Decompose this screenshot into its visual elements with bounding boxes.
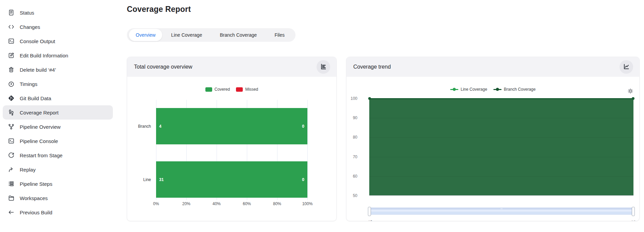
sidebar-item-label: Restart from Stage (20, 153, 63, 158)
sidebar-item-label: Changes (20, 24, 40, 30)
gear-icon[interactable] (627, 88, 634, 94)
sidebar-item-edit-build-information[interactable]: Edit Build Information (3, 48, 113, 63)
x-axis-tick-label: 80% (273, 201, 281, 206)
coverage-trend-card: Coverage trend Line CoverageBranch Cover… (346, 57, 640, 221)
coverage-trend-card-header: Coverage trend (346, 57, 639, 77)
trash-icon (7, 66, 15, 73)
tab-files[interactable]: Files (266, 28, 293, 42)
y-axis-tick-label: 90 (346, 115, 357, 120)
git-icon (7, 94, 15, 102)
bar-row-branch: 40 (156, 108, 307, 144)
sidebar-item-status[interactable]: Status (3, 5, 113, 20)
sidebar-item-workspaces[interactable]: Workspaces (3, 191, 113, 205)
sidebar-item-label: Console Output (20, 38, 55, 44)
sidebar-item-label: Pipeline Console (20, 138, 58, 144)
x-axis-tick-label: 60% (243, 201, 251, 206)
legend-swatch (236, 87, 243, 92)
x-axis-tick-label: 40% (213, 201, 221, 206)
covered-value: 4 (159, 124, 162, 129)
tab-bar: OverviewLine CoverageBranch CoverageFile… (127, 28, 295, 42)
bar-plot-area: 0%20%40%60%80%100%40Branch100.00%310Line… (156, 100, 307, 197)
sidebar-item-pipeline-console[interactable]: Pipeline Console (3, 134, 113, 148)
arrow-left-icon (7, 209, 15, 216)
steps-icon (7, 180, 15, 188)
line-chart-button[interactable] (620, 60, 633, 74)
sidebar-item-label: Workspaces (20, 195, 48, 201)
tab-branch-coverage[interactable]: Branch Coverage (211, 28, 266, 42)
y-axis-tick-label: 70 (346, 155, 357, 159)
y-axis-tick-label: 100 (346, 96, 357, 101)
tab-overview[interactable]: Overview (129, 29, 162, 41)
x-axis-tick-label: 100% (302, 201, 313, 206)
legend-line-marker (493, 89, 502, 90)
sidebar-item-label: Delete build ‘#4’ (20, 67, 56, 73)
sidebar-item-label: Previous Build (20, 210, 52, 215)
y-axis-tick-label: 60 (346, 174, 357, 179)
sidebar-item-coverage-report[interactable]: Coverage Report (3, 105, 113, 120)
sidebar-item-label: Pipeline Overview (20, 124, 61, 130)
sidebar-item-delete-build-4[interactable]: Delete build ‘#4’ (3, 63, 113, 77)
slider-right-handle[interactable] (632, 207, 635, 216)
card-title: Total coverage overview (134, 64, 192, 70)
missed-value: 0 (302, 177, 304, 182)
missed-value: 0 (302, 124, 304, 129)
sidebar-item-label: Status (20, 10, 34, 16)
tab-line-coverage[interactable]: Line Coverage (162, 28, 211, 42)
sidebar-item-git-build-data[interactable]: Git Build Data (3, 91, 113, 105)
legend-label: Missed (245, 87, 258, 92)
gridline (369, 157, 633, 157)
gridline (307, 100, 308, 200)
trend-top-line (369, 98, 633, 99)
document-icon (7, 9, 15, 16)
trend-plot-area: 1009080706050#3#4 (369, 99, 633, 196)
sidebar-item-previous-build[interactable]: Previous Build (3, 205, 113, 219)
trend-area-fill[interactable] (369, 99, 633, 195)
sidebar-item-replay[interactable]: Replay (3, 162, 113, 177)
sidebar-item-changes[interactable]: Changes (3, 20, 113, 34)
sidebar-item-label: Coverage Report (20, 110, 58, 115)
sidebar-item-timings[interactable]: Timings (3, 77, 113, 91)
trend-chart: Line CoverageBranch Coverage100908070605… (346, 77, 639, 221)
category-label: Line (127, 177, 151, 182)
covered-bar[interactable]: 40 (156, 108, 307, 144)
covered-value: 31 (159, 177, 164, 182)
total-coverage-card: Total coverage overview CoveredMissed0%2… (127, 57, 337, 221)
sidebar-item-label: Timings (20, 81, 37, 87)
trend-data-point[interactable] (632, 97, 634, 100)
chart-legend: Line CoverageBranch Coverage (346, 87, 639, 92)
branch-icon (7, 123, 15, 130)
sidebar-item-pipeline-overview[interactable]: Pipeline Overview (3, 120, 113, 134)
legend-label: Branch Coverage (504, 87, 536, 92)
footsteps-icon (7, 109, 15, 116)
sidebar-item-console-output[interactable]: Console Output (3, 34, 113, 48)
x-axis-tick-label: 0% (153, 201, 159, 206)
gridline (369, 176, 633, 177)
restart-icon (7, 151, 15, 159)
bar-chart-button[interactable] (317, 60, 330, 74)
sidebar-item-label: Git Build Data (20, 95, 51, 101)
legend-item-line-coverage[interactable]: Line Coverage (450, 87, 487, 92)
gridline (369, 137, 633, 138)
folder-icon (7, 194, 15, 202)
trend-data-point[interactable] (368, 97, 371, 100)
terminal-icon (7, 37, 15, 45)
page-title: Coverage Report (127, 5, 644, 14)
overview-chart: CoveredMissed0%20%40%60%80%100%40Branch1… (127, 77, 336, 221)
category-label: Branch (127, 124, 151, 129)
legend-item-covered[interactable]: Covered (205, 87, 230, 92)
slider-left-handle[interactable] (368, 207, 371, 216)
x-axis-label: #3 (368, 220, 372, 221)
legend-item-branch-coverage[interactable]: Branch Coverage (493, 87, 536, 92)
chart-legend: CoveredMissed (127, 87, 336, 92)
datazoom-slider[interactable] (369, 208, 633, 215)
legend-item-missed[interactable]: Missed (236, 87, 258, 92)
gridline (369, 118, 633, 118)
bar-chart-icon (320, 63, 327, 71)
covered-bar[interactable]: 310 (156, 161, 307, 198)
edit-icon (7, 52, 15, 59)
sidebar-item-restart-from-stage[interactable]: Restart from Stage (3, 148, 113, 162)
line-chart-icon (623, 63, 630, 71)
sidebar-item-pipeline-steps[interactable]: Pipeline Steps (3, 177, 113, 191)
sidebar-item-label: Replay (20, 167, 36, 173)
x-axis-tick-label: 20% (182, 201, 190, 206)
